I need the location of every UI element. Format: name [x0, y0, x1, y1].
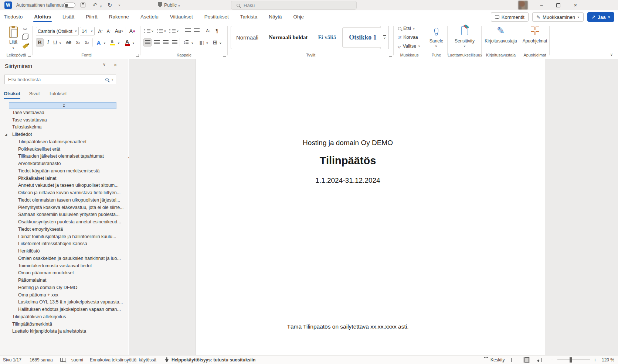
borders-icon[interactable]: ⊞: [211, 38, 219, 47]
nav-heading-item[interactable]: Samaan konserniin kuuluvien yritysten pu…: [0, 211, 128, 219]
nav-tab[interactable]: Sivut: [29, 91, 40, 99]
nav-heading-item[interactable]: Omien osakkeiden ja osuuksien hankinnat …: [0, 255, 128, 262]
clipboard-dialog-launcher-icon[interactable]: [28, 54, 31, 57]
nav-heading-item[interactable]: Tuloslaskelma: [0, 124, 128, 131]
redo-icon[interactable]: ↻: [106, 1, 114, 10]
zoom-out-icon[interactable]: −: [551, 357, 554, 363]
style-item[interactable]: Normaali boldat: [264, 34, 313, 41]
nav-tab[interactable]: Otsikot: [4, 91, 20, 99]
align-center-button[interactable]: [153, 38, 160, 47]
collapse-ribbon-icon[interactable]: ∨: [610, 52, 613, 56]
nav-heading-item[interactable]: Poikkeukselliset erät: [0, 146, 128, 153]
change-case-icon[interactable]: Aa∨: [114, 27, 124, 35]
style-item[interactable]: Ei väliä: [313, 34, 341, 41]
select-button[interactable]: ▷Valitse∨: [398, 44, 420, 49]
editing-mode-button[interactable]: ✎ Muokkaaminen ∨: [532, 12, 584, 22]
font-color-icon[interactable]: A: [123, 39, 131, 47]
nav-heading-item[interactable]: Tiedot käypään arvoon merkitsemisestä: [0, 168, 128, 175]
ribbon-tab[interactable]: Tiedosto: [3, 11, 23, 22]
sensitivity-badge[interactable]: Public ∨: [164, 3, 180, 8]
align-left-button[interactable]: [143, 38, 152, 47]
nav-heading-item[interactable]: Tilikauden jälkeiset olennaiset tapahtum…: [0, 153, 128, 160]
grow-font-icon[interactable]: Aˆ: [96, 27, 104, 35]
avatar[interactable]: [518, 1, 528, 10]
bold-button[interactable]: B: [36, 38, 44, 47]
predictive-text-indicator[interactable]: Ennakoiva tekstinsyöttö: käytössä: [90, 357, 156, 363]
zoom-level[interactable]: 120 %: [602, 357, 614, 363]
word-logo-icon[interactable]: W: [4, 1, 12, 9]
ribbon-tab[interactable]: Näytä: [268, 11, 282, 22]
close-icon[interactable]: ×: [567, 0, 584, 10]
undo-icon[interactable]: ↶: [91, 1, 99, 10]
nav-heading-item[interactable]: Tase vastaavaa: [0, 109, 128, 117]
highlight-color-icon[interactable]: [109, 39, 116, 47]
bullets-chevron-icon[interactable]: ∨: [151, 29, 154, 33]
accessibility-icon[interactable]: [164, 357, 169, 362]
page-indicator[interactable]: Sivu 1/17: [3, 357, 21, 363]
read-mode-icon[interactable]: [511, 357, 517, 363]
font-name-combo[interactable]: Cambria (Otsikot∨: [36, 27, 79, 35]
nav-heading-item[interactable]: Liiketoimet intressitahojen kanssa: [0, 240, 128, 248]
numbering-chevron-icon[interactable]: ∨: [163, 29, 167, 33]
superscript-button[interactable]: x2: [83, 38, 91, 47]
minimize-icon[interactable]: –: [533, 0, 550, 10]
multilevel-chevron-icon[interactable]: ∨: [176, 29, 179, 33]
undo-chevron-icon[interactable]: ∨: [99, 2, 103, 11]
nav-heading-item[interactable]: Lainat toimitusjohtajalle ja hallintoeli…: [0, 233, 128, 241]
nav-search-box[interactable]: ∨: [4, 75, 116, 84]
numbering-icon[interactable]: [156, 27, 163, 35]
nav-heading-item[interactable]: Hallituksen ehdotus jakokelpoisen vapaan…: [0, 306, 128, 313]
paste-button[interactable]: [7, 26, 20, 38]
nav-heading-item[interactable]: Tiedot olennaisten taseen ulkopuolisten …: [0, 197, 128, 204]
zoom-slider-thumb[interactable]: [570, 357, 572, 363]
nav-heading-item[interactable]: Tilinpäätöksen laatimisperiaatteet: [0, 138, 128, 146]
nav-heading-item[interactable]: Annetut vakuudet ja taseen ulkopuoliset …: [0, 182, 128, 189]
line-spacing-chevron-icon[interactable]: ∨: [191, 41, 194, 45]
ribbon-tab[interactable]: Aloitus: [33, 11, 52, 22]
collapse-triangle-icon[interactable]: ◢: [5, 131, 7, 138]
shrink-font-icon[interactable]: Aˇ: [105, 27, 112, 35]
ribbon-tab[interactable]: Piirrä: [85, 11, 98, 22]
nav-heading-item[interactable]: Toimintakertomusta vastaavat tiedot: [0, 262, 128, 270]
doc-title-heading[interactable]: Tilinpäätös: [195, 155, 500, 167]
nav-heading-item[interactable]: Tilinpäätösmerkintä: [0, 321, 128, 328]
font-size-combo[interactable]: 14∨: [80, 27, 95, 35]
ribbon-tab[interactable]: Asettelu: [140, 11, 159, 22]
search-box[interactable]: Haku: [231, 1, 357, 10]
nav-search-input[interactable]: [8, 77, 105, 82]
document-page[interactable]: [195, 59, 546, 355]
nav-heading-item[interactable]: Henkilöstö: [0, 248, 128, 255]
nav-heading-item[interactable]: Tilinpäätöksen allekirjoitus: [0, 313, 128, 321]
ribbon-tab[interactable]: Tarkista: [240, 11, 258, 22]
doc-period-line[interactable]: 1.1.2024-31.12.2024: [195, 176, 500, 185]
underline-button[interactable]: U: [52, 38, 58, 47]
save-icon[interactable]: [81, 3, 85, 7]
sensitivity-icon[interactable]: [461, 25, 468, 36]
styles-dialog-launcher-icon[interactable]: [389, 54, 392, 57]
paragraph-dialog-launcher-icon[interactable]: [223, 54, 226, 57]
style-item[interactable]: Normaali: [231, 34, 264, 41]
nav-heading-item[interactable]: Osakkuusyritysten puolesta annetut esine…: [0, 219, 128, 226]
share-button[interactable]: ↗ Jaa ∨: [587, 12, 614, 22]
maximize-icon[interactable]: [550, 0, 567, 10]
italic-button[interactable]: I: [45, 38, 51, 47]
word-count[interactable]: 1689 sanaa: [30, 357, 53, 363]
shading-icon[interactable]: ◧: [198, 38, 206, 47]
nav-heading-item[interactable]: Arvonkorotusrahasto: [0, 160, 128, 168]
nav-pane-options-chevron-icon[interactable]: ∨: [101, 62, 108, 67]
clear-formatting-icon[interactable]: A◆: [128, 27, 137, 35]
ribbon-tab[interactable]: Ohje: [293, 11, 305, 22]
paste-chevron-icon[interactable]: ∨: [11, 46, 16, 49]
nav-heading-item[interactable]: Tase vastattavaa: [0, 117, 128, 124]
accessibility-status[interactable]: Helppokäyttöisyys: tutustu suosituksiin: [172, 357, 255, 363]
nav-heading-item[interactable]: Oman pääoman muutokset: [0, 269, 128, 277]
copy-icon[interactable]: [22, 35, 27, 40]
find-button[interactable]: Etsi∨: [398, 26, 415, 31]
nav-heading-item[interactable]: Pääomalainat: [0, 277, 128, 284]
nav-heading-item[interactable]: Pienyritystä koskeva eläkevastuu, jota e…: [0, 204, 128, 212]
ribbon-tab[interactable]: Rakenne: [108, 11, 130, 22]
nav-heading-item[interactable]: Hosting ja domain Oy DEMO: [0, 284, 128, 292]
nav-heading-item[interactable]: Laskelma OYL 13:5 §:n jakokelpoisesta va…: [0, 299, 128, 306]
borders-chevron-icon[interactable]: ∨: [219, 41, 222, 45]
addins-icon[interactable]: [530, 26, 539, 35]
